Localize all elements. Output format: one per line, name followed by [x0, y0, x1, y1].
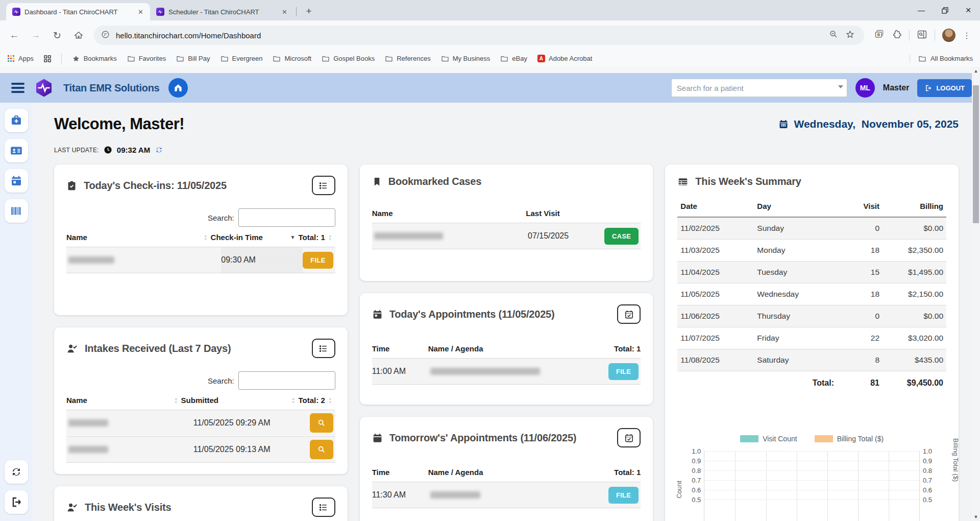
- col-name-agenda[interactable]: Name / Agenda: [428, 468, 614, 477]
- titan-favicon: [12, 8, 20, 16]
- reload-icon[interactable]: ↻: [48, 26, 66, 44]
- case-button[interactable]: CASE: [604, 228, 639, 245]
- address-bar[interactable]: hello.titanchirochart.com/Home/Dashboard: [94, 26, 864, 45]
- file-button[interactable]: FILE: [608, 487, 639, 504]
- bookmark-folder[interactable]: Favorites: [127, 55, 166, 63]
- col-total[interactable]: Total: 1: [299, 233, 325, 242]
- file-button[interactable]: FILE: [303, 252, 333, 269]
- side-panel-search-icon[interactable]: [917, 29, 927, 42]
- hamburger-menu-icon[interactable]: [11, 83, 24, 93]
- table-row[interactable]: 11:00 AM FILE: [372, 358, 641, 385]
- redacted-patient-name: [430, 368, 540, 375]
- menu-kebab-icon[interactable]: ⋮: [963, 31, 971, 40]
- sort-desc-icon[interactable]: ▼: [290, 235, 296, 240]
- legend-billing-total[interactable]: Billing Total ($): [815, 435, 884, 443]
- view-intake-button[interactable]: [310, 413, 333, 433]
- sort-icon[interactable]: ▲▼: [328, 234, 332, 241]
- calendar-nav-button[interactable]: [5, 169, 28, 193]
- close-window-button[interactable]: ✕: [957, 0, 980, 20]
- table-row[interactable]: 07/15/2025 CASE: [372, 223, 641, 249]
- patient-card-nav-button[interactable]: [5, 139, 28, 162]
- table-row[interactable]: 11:30 AM FILE: [372, 482, 641, 508]
- scroll-up-icon[interactable]: ▲: [974, 67, 978, 75]
- table-search-input[interactable]: [238, 371, 335, 390]
- list-view-button[interactable]: [312, 339, 335, 358]
- col-name[interactable]: Name: [372, 209, 526, 218]
- bookmark-folder[interactable]: Bill Pay: [176, 55, 210, 63]
- new-tab-button[interactable]: +: [302, 4, 316, 18]
- apps-shortcut[interactable]: Apps: [7, 55, 34, 62]
- table-search-input[interactable]: [238, 208, 335, 227]
- table-icon: [677, 177, 689, 187]
- tab-close-icon[interactable]: ✕: [280, 8, 289, 16]
- col-total[interactable]: Total: 1: [614, 344, 641, 353]
- col-time[interactable]: Time: [372, 344, 428, 353]
- page-top-strip: [0, 67, 980, 73]
- col-checkin-time[interactable]: Check-in Time: [211, 233, 287, 242]
- url-text[interactable]: hello.titanchirochart.com/Home/Dashboard: [116, 31, 823, 40]
- profile-avatar[interactable]: [942, 29, 955, 42]
- col-total[interactable]: Total: 1: [614, 468, 641, 477]
- tab-close-icon[interactable]: ✕: [136, 8, 145, 16]
- patient-search-input[interactable]: [671, 79, 847, 97]
- bookmark-folder[interactable]: Gospel Books: [322, 55, 375, 63]
- legend-visit-count[interactable]: Visit Count: [740, 435, 797, 443]
- zoom-icon[interactable]: [829, 30, 838, 41]
- user-avatar[interactable]: ML: [855, 78, 875, 98]
- barcode-nav-button[interactable]: [5, 199, 28, 223]
- col-name[interactable]: Name: [66, 396, 171, 405]
- view-intake-button[interactable]: [310, 440, 333, 459]
- home-icon[interactable]: [69, 26, 88, 44]
- bookmark-item[interactable]: Bookmarks: [72, 55, 117, 63]
- calendar-check-button[interactable]: [617, 304, 641, 324]
- forward-icon[interactable]: →: [27, 26, 45, 44]
- all-bookmarks[interactable]: All Bookmarks: [910, 55, 973, 63]
- calendar-check-button[interactable]: [617, 428, 641, 447]
- tab-scheduler[interactable]: Scheduler - Titan ChiroCHART ✕: [150, 3, 294, 20]
- tab-dashboard[interactable]: Dashboard - Titan ChiroCHART ✕: [6, 3, 150, 20]
- bookmark-folder[interactable]: Evergreen: [220, 55, 263, 63]
- table-row[interactable]: 09:30 AM FILE: [66, 247, 335, 273]
- logout-button[interactable]: LOGOUT: [917, 79, 972, 97]
- refresh-rail-button[interactable]: [5, 460, 28, 484]
- redacted-patient-name: [68, 419, 108, 427]
- patient-search-combobox[interactable]: [671, 79, 847, 97]
- bookmark-folder[interactable]: Microsoft: [273, 55, 311, 63]
- scrollbar-thumb[interactable]: [973, 85, 979, 223]
- table-row[interactable]: 11/05/2025 09:29 AM: [66, 410, 335, 436]
- sort-icon[interactable]: ▲▼: [328, 397, 332, 404]
- sign-out-rail-button[interactable]: [5, 490, 28, 514]
- grid-shortcut[interactable]: [44, 55, 51, 62]
- col-time[interactable]: Time: [372, 468, 428, 477]
- col-last-visit[interactable]: Last Visit: [526, 209, 641, 218]
- extensions-icon[interactable]: [892, 29, 902, 41]
- page-scrollbar[interactable]: ▲ ▼: [972, 67, 980, 521]
- minimize-button[interactable]: —: [910, 0, 933, 20]
- window-controls: — ✕: [910, 0, 980, 20]
- bookmark-star-icon[interactable]: [845, 30, 855, 41]
- bookmark-acrobat[interactable]: AAdobe Acrobat: [537, 55, 592, 62]
- refresh-icon[interactable]: [155, 146, 163, 154]
- col-name[interactable]: Name: [66, 233, 201, 242]
- scroll-down-icon[interactable]: ▼: [974, 513, 978, 521]
- sort-icon[interactable]: ▲▼: [204, 234, 208, 241]
- site-settings-icon[interactable]: [101, 30, 110, 41]
- bookmark-folder[interactable]: References: [385, 55, 430, 63]
- sort-icon[interactable]: ▲▼: [291, 397, 296, 404]
- dashboard-home-button[interactable]: [168, 78, 188, 98]
- col-submitted[interactable]: Submitted: [181, 396, 288, 405]
- table-row[interactable]: 11/05/2025 09:13 AM: [66, 436, 335, 463]
- sort-icon[interactable]: ▲▼: [174, 397, 178, 404]
- file-button[interactable]: FILE: [608, 363, 639, 380]
- list-view-button[interactable]: [312, 176, 335, 195]
- bookmark-folder[interactable]: My Business: [441, 55, 491, 63]
- media-gallery-icon[interactable]: [874, 29, 885, 41]
- medical-kit-nav-button[interactable]: [5, 109, 28, 132]
- bookmark-folder[interactable]: eBay: [500, 55, 527, 63]
- back-icon[interactable]: ←: [5, 26, 23, 44]
- col-total[interactable]: Total: 2: [299, 396, 325, 405]
- list-view-button[interactable]: [312, 498, 335, 517]
- col-name-agenda[interactable]: Name / Agenda: [428, 344, 614, 353]
- page-title: Welcome, Master!: [54, 115, 184, 133]
- restore-button[interactable]: [933, 0, 957, 20]
